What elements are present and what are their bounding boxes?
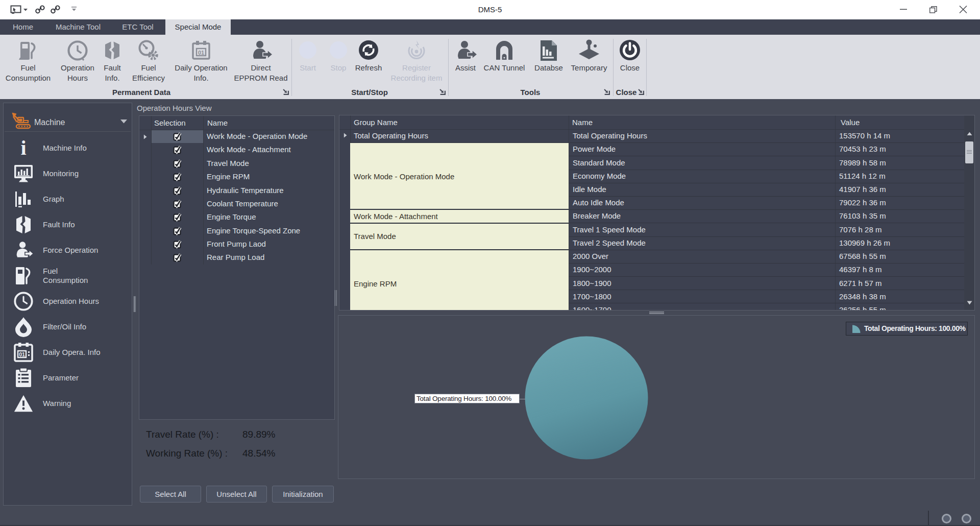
svg-text:01: 01 (198, 50, 204, 56)
svg-text:01: 01 (19, 351, 25, 357)
